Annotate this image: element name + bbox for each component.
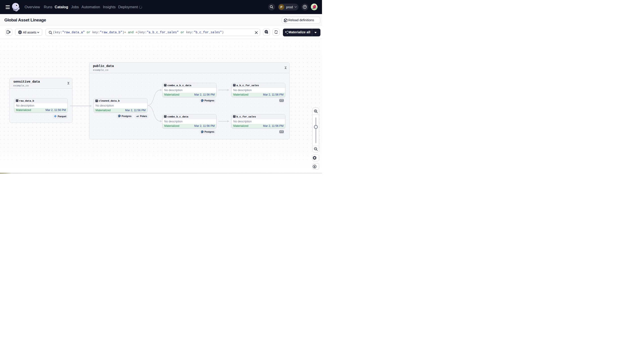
svg-text:?: ? — [304, 5, 306, 8]
svg-text:CSV: CSV — [280, 131, 283, 133]
svg-text:CSV: CSV — [280, 100, 283, 101]
